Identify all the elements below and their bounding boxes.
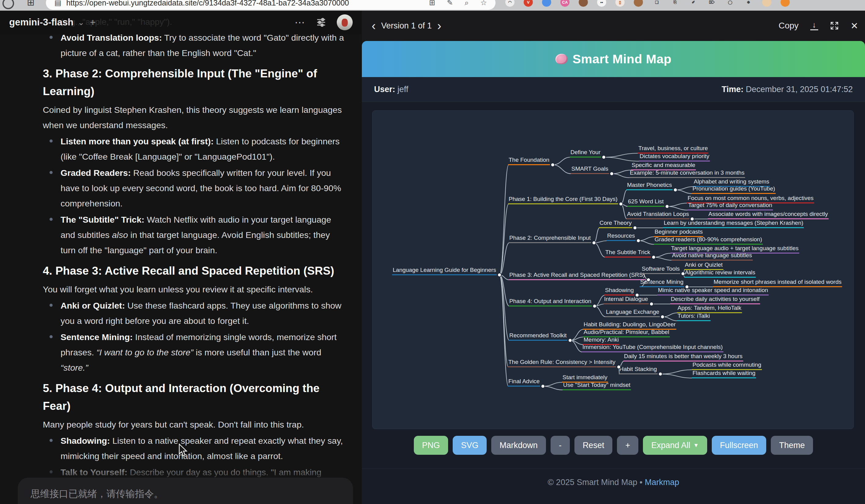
mindmap-node[interactable]: SMART Goals bbox=[571, 165, 609, 174]
extension-icon[interactable]: ◠ bbox=[505, 0, 515, 7]
markmap-link[interactable]: Markmap bbox=[645, 478, 679, 487]
mindmap-branch-dot[interactable] bbox=[592, 241, 596, 245]
mindmap-branch-dot[interactable] bbox=[602, 155, 606, 159]
toolbar-button-[interactable]: + bbox=[617, 436, 638, 455]
mindmap-node[interactable]: Define Your bbox=[570, 149, 601, 157]
mindmap-node[interactable]: Target 75% of daily conversation bbox=[688, 202, 773, 210]
mindmap-node[interactable]: Graded readers (80-90% comprehension) bbox=[654, 236, 763, 245]
mindmap-node[interactable]: Final Advice bbox=[508, 378, 540, 387]
mindmap-node[interactable]: Audio/Practical: Pimsleur, Babbel bbox=[583, 329, 670, 337]
extension-icon[interactable] bbox=[781, 0, 790, 7]
url-text[interactable]: https://open-webui.yungtzedaidata.site/c… bbox=[66, 0, 423, 7]
more-options-icon[interactable]: ⋯ bbox=[295, 16, 305, 28]
mindmap-node[interactable]: The Golden Rule: Consistency > Intensity bbox=[508, 359, 616, 367]
mindmap-node[interactable]: Use "Start Today" mindset bbox=[563, 382, 631, 390]
toolbar-button-reset[interactable]: Reset bbox=[574, 436, 613, 455]
mindmap-node[interactable]: Phase 3: Active Recall and Spaced Repeti… bbox=[509, 272, 646, 280]
extension-icon[interactable] bbox=[762, 0, 771, 7]
mindmap-node[interactable]: Learn by understanding messages (Stephen… bbox=[663, 220, 804, 228]
mindmap-node[interactable]: Dictates vocabulary priority bbox=[639, 153, 710, 162]
mindmap-node[interactable]: The Foundation bbox=[508, 156, 550, 165]
toolbar-button-fullscreen[interactable]: Fullscreen bbox=[712, 436, 766, 455]
mindmap-branch-dot[interactable] bbox=[651, 255, 656, 259]
extension-icon[interactable] bbox=[579, 0, 588, 7]
mindmap-node[interactable]: Avoid native language subtitles bbox=[671, 252, 753, 260]
mindmap-node[interactable]: Anki or Quizlet bbox=[684, 261, 723, 270]
mindmap-node[interactable]: Tutors: iTalki bbox=[677, 313, 711, 321]
mindmap-branch-dot[interactable] bbox=[616, 365, 621, 369]
mindmap-branch-dot[interactable] bbox=[635, 293, 639, 297]
mindmap-branch-dot[interactable] bbox=[673, 188, 678, 192]
user-avatar[interactable] bbox=[337, 14, 353, 30]
model-selector[interactable]: gemini-3-flash bbox=[9, 17, 73, 28]
mindmap-node[interactable]: Start immediately bbox=[562, 374, 608, 383]
address-bar-icon[interactable]: ✎ bbox=[447, 0, 453, 7]
controls-sliders-icon[interactable] bbox=[316, 17, 326, 27]
mindmap-node[interactable]: Software Tools bbox=[641, 266, 680, 274]
mindmap-node[interactable]: Associate words with images/concepts dir… bbox=[708, 211, 829, 219]
mindmap-node[interactable]: Specific and measurable bbox=[631, 162, 696, 171]
address-bar-icon[interactable]: ⊞ bbox=[429, 0, 435, 7]
extension-icon[interactable]: ◯ bbox=[726, 0, 735, 7]
mindmap-branch-dot[interactable] bbox=[649, 302, 654, 306]
mindmap-node[interactable]: Shadowing bbox=[604, 287, 634, 295]
mindmap-branch-dot[interactable] bbox=[568, 338, 572, 342]
mindmap-branch-dot[interactable] bbox=[619, 202, 623, 206]
chevron-down-icon[interactable]: ⌄ bbox=[78, 18, 84, 27]
extension-icon[interactable]: •• bbox=[597, 0, 606, 7]
toolbar-button-expand-all[interactable]: Expand All▼ bbox=[643, 436, 707, 455]
extension-icon[interactable]: CA bbox=[560, 0, 569, 7]
mindmap-node[interactable]: The Subtitle Trick bbox=[605, 249, 651, 258]
mindmap-node[interactable]: Avoid Translation Loops bbox=[626, 211, 690, 219]
mindmap-branch-dot[interactable] bbox=[497, 273, 501, 277]
mindmap-branch-dot[interactable] bbox=[658, 372, 662, 376]
mindmap-node[interactable]: Pronunciation guides (YouTube) bbox=[692, 185, 776, 194]
mindmap-branch-dot[interactable] bbox=[665, 204, 669, 209]
mindmap-branch-dot[interactable] bbox=[633, 226, 637, 230]
browser-apps-grid-icon[interactable]: ⊞ bbox=[27, 0, 35, 8]
toolbar-button-markdown[interactable]: Markdown bbox=[491, 436, 546, 455]
extension-icon[interactable] bbox=[542, 0, 551, 7]
mindmap-node[interactable]: Podcasts while commuting bbox=[692, 362, 762, 370]
mindmap-branch-dot[interactable] bbox=[592, 304, 597, 308]
mindmap-node[interactable]: 625 Word List bbox=[627, 198, 664, 207]
address-bar-icon[interactable]: ⌕ bbox=[465, 0, 469, 7]
toolbar-button-[interactable]: - bbox=[551, 436, 570, 455]
toolbar-button-svg[interactable]: SVG bbox=[453, 436, 487, 455]
mindmap-branch-dot[interactable] bbox=[636, 238, 641, 243]
expand-fullscreen-icon[interactable] bbox=[830, 21, 839, 30]
mindmap-node[interactable]: Phase 4: Output and Interaction bbox=[509, 298, 592, 306]
mindmap-branch-dot[interactable] bbox=[646, 278, 650, 282]
mindmap-node[interactable]: Internal Dialogue bbox=[603, 296, 649, 304]
mindmap-node[interactable]: Memorize short phrases instead of isolat… bbox=[713, 279, 842, 287]
mindmap-node[interactable]: Flashcards while waiting bbox=[692, 370, 756, 378]
close-icon[interactable]: ✕ bbox=[851, 21, 858, 31]
mindmap-branch-dot[interactable] bbox=[551, 163, 555, 167]
extension-icon[interactable] bbox=[634, 0, 643, 7]
toolbar-button-png[interactable]: PNG bbox=[414, 436, 448, 455]
mindmap-node[interactable]: Resources bbox=[607, 232, 636, 241]
mindmap-node[interactable]: Travel, business, or culture bbox=[638, 145, 708, 153]
address-bar-icon[interactable]: ☆ bbox=[480, 0, 487, 7]
mindmap-node[interactable]: Recommended Toolkit bbox=[509, 332, 567, 341]
extension-icon[interactable]: ⎘ bbox=[670, 0, 680, 7]
mindmap-node[interactable]: Habit Stacking bbox=[619, 366, 658, 374]
mindmap-node[interactable]: Habit Building: Duolingo, LingoDeer bbox=[583, 321, 676, 330]
mindmap-node[interactable]: Master Phonetics bbox=[626, 181, 673, 190]
mindmap-node[interactable]: Apps: Tandem, HelloTalk bbox=[677, 305, 742, 313]
mindmap-node[interactable]: Algorithmic review intervals bbox=[684, 269, 756, 278]
mindmap-node[interactable]: Beginner podcasts bbox=[654, 228, 703, 237]
mindmap-node[interactable]: Mimic native speaker speed and intonatio… bbox=[657, 287, 769, 295]
mindmap-node[interactable]: Language Exchange bbox=[605, 308, 660, 317]
version-prev-button[interactable]: ‹ bbox=[369, 20, 379, 32]
mindmap-node[interactable]: Phase 2: Comprehensible Input bbox=[509, 235, 591, 243]
mindmap-branch-dot[interactable] bbox=[690, 217, 694, 221]
mindmap-node[interactable]: Core Theory bbox=[599, 220, 632, 228]
mindmap-node[interactable]: Example: 5-minute conversation in 3 mont… bbox=[629, 169, 745, 178]
extension-icon[interactable]: ▯ bbox=[615, 0, 625, 7]
mindmap-node[interactable]: Language Learning Guide for Beginners bbox=[392, 267, 497, 275]
extension-icon[interactable]: ⌦ bbox=[707, 0, 716, 7]
toolbar-button-theme[interactable]: Theme bbox=[771, 436, 813, 455]
mindmap-node[interactable]: Phase 1: Building the Core (First 30 Day… bbox=[508, 196, 618, 204]
download-icon[interactable]: ↓ bbox=[810, 21, 818, 30]
